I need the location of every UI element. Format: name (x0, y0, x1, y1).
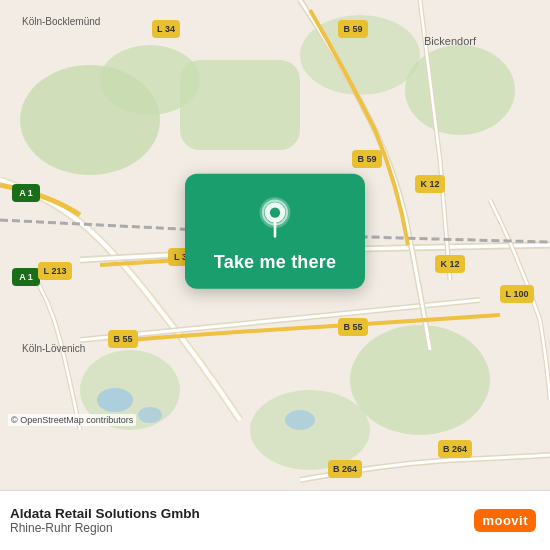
svg-text:B 55: B 55 (113, 334, 132, 344)
moovit-logo-box: moovit (474, 509, 536, 532)
map-attribution: © OpenStreetMap contributors (8, 414, 136, 426)
place-info: Aldata Retail Solutions Gmbh Rhine-Ruhr … (10, 506, 200, 535)
svg-text:B 59: B 59 (357, 154, 376, 164)
svg-text:L 34: L 34 (157, 24, 175, 34)
moovit-logo[interactable]: moovit (474, 509, 536, 532)
svg-text:L 100: L 100 (506, 289, 529, 299)
svg-point-7 (250, 390, 370, 470)
svg-text:Köln-Lövenich: Köln-Lövenich (22, 343, 85, 354)
svg-text:B 59: B 59 (343, 24, 362, 34)
svg-point-11 (285, 410, 315, 430)
place-region: Rhine-Ruhr Region (10, 521, 200, 535)
place-name: Aldata Retail Solutions Gmbh (10, 506, 200, 521)
map-container: A 1 A 1 L 34 L 34 L 34 B 59 B 59 B 55 B … (0, 0, 550, 490)
bottom-bar: Aldata Retail Solutions Gmbh Rhine-Ruhr … (0, 490, 550, 550)
moovit-logo-text: moovit (482, 513, 528, 528)
svg-text:A 1: A 1 (19, 188, 33, 198)
svg-text:K 12: K 12 (420, 179, 439, 189)
take-me-there-button[interactable]: Take me there (214, 252, 336, 273)
svg-text:K 12: K 12 (440, 259, 459, 269)
svg-text:B 264: B 264 (333, 464, 357, 474)
svg-point-5 (405, 45, 515, 135)
app: A 1 A 1 L 34 L 34 L 34 B 59 B 59 B 55 B … (0, 0, 550, 550)
svg-text:B 55: B 55 (343, 322, 362, 332)
svg-point-47 (270, 207, 280, 217)
svg-text:B 264: B 264 (443, 444, 467, 454)
svg-text:Bickendorf: Bickendorf (424, 35, 477, 47)
svg-text:A 1: A 1 (19, 272, 33, 282)
svg-rect-3 (180, 60, 300, 150)
popup-card[interactable]: Take me there (185, 174, 365, 289)
svg-text:Köln-Bocklemünd: Köln-Bocklemünd (22, 16, 100, 27)
svg-point-6 (350, 325, 490, 435)
svg-point-10 (138, 407, 162, 423)
svg-point-9 (97, 388, 133, 412)
location-pin-icon (251, 194, 299, 242)
svg-text:L 213: L 213 (44, 266, 67, 276)
